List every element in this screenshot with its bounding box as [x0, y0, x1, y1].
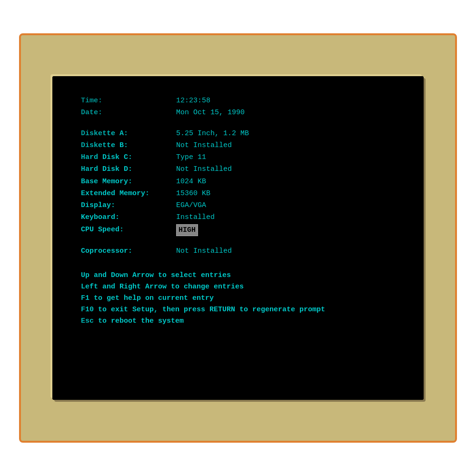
instructions-block: Up and Down Arrow to select entries Left… — [81, 270, 395, 327]
hard-disk-d-value: Not Installed — [176, 164, 232, 175]
diskette-a-row: Diskette A: 5.25 Inch, 1.2 MB — [81, 128, 395, 139]
coprocessor-label: Coprocessor: — [81, 246, 176, 257]
display-row: Display: EGA/VGA — [81, 200, 395, 211]
base-memory-label: Base Memory: — [81, 176, 176, 187]
spacer-1 — [81, 119, 395, 128]
time-row: Time: 12:23:58 — [81, 95, 395, 106]
date-row: Date: Mon Oct 15, 1990 — [81, 107, 395, 118]
diskette-a-value: 5.25 Inch, 1.2 MB — [176, 128, 249, 139]
coprocessor-row: Coprocessor: Not Installed — [81, 246, 395, 257]
keyboard-value: Installed — [176, 212, 215, 223]
extended-memory-value: 15360 KB — [176, 188, 210, 199]
display-label: Display: — [81, 200, 176, 211]
diskette-a-label: Diskette A: — [81, 128, 176, 139]
date-value: Mon Oct 15, 1990 — [176, 107, 245, 118]
screen-content: Time: 12:23:58 Date: Mon Oct 15, 1990 Di… — [52, 76, 424, 400]
cpu-speed-value: HIGH — [176, 224, 198, 236]
spacer-2 — [81, 237, 395, 246]
cpu-speed-highlight[interactable]: HIGH — [176, 224, 198, 236]
keyboard-row: Keyboard: Installed — [81, 212, 395, 223]
hard-disk-c-row: Hard Disk C: Type 11 — [81, 152, 395, 163]
extended-memory-label: Extended Memory: — [81, 188, 176, 199]
time-value: 12:23:58 — [176, 95, 210, 106]
instruction-2: Left and Right Arrow to change entries — [81, 281, 395, 293]
hard-disk-c-value: Type 11 — [176, 152, 206, 163]
hard-disk-c-label: Hard Disk C: — [81, 152, 176, 163]
diskette-b-label: Diskette B: — [81, 140, 176, 151]
keyboard-label: Keyboard: — [81, 212, 176, 223]
crt-screen: Time: 12:23:58 Date: Mon Oct 15, 1990 Di… — [52, 76, 424, 400]
coprocessor-value: Not Installed — [176, 246, 232, 257]
instruction-5: Esc to reboot the system — [81, 316, 395, 327]
monitor-outer-frame: Time: 12:23:58 Date: Mon Oct 15, 1990 Di… — [19, 33, 457, 443]
time-label: Time: — [81, 95, 176, 106]
base-memory-row: Base Memory: 1024 KB — [81, 176, 395, 187]
date-label: Date: — [81, 107, 176, 118]
spacer-3 — [81, 258, 395, 266]
cpu-speed-label: CPU Speed: — [81, 224, 176, 236]
display-value: EGA/VGA — [176, 200, 206, 211]
cpu-speed-row: CPU Speed: HIGH — [81, 224, 395, 236]
diskette-b-value: Not Installed — [176, 140, 232, 151]
bios-display: Time: 12:23:58 Date: Mon Oct 15, 1990 Di… — [81, 95, 395, 327]
diskette-b-row: Diskette B: Not Installed — [81, 140, 395, 151]
hard-disk-d-label: Hard Disk D: — [81, 164, 176, 175]
instruction-1: Up and Down Arrow to select entries — [81, 270, 395, 281]
monitor-bezel: Time: 12:23:58 Date: Mon Oct 15, 1990 Di… — [33, 50, 443, 426]
extended-memory-row: Extended Memory: 15360 KB — [81, 188, 395, 199]
hard-disk-d-row: Hard Disk D: Not Installed — [81, 164, 395, 175]
instruction-4: F10 to exit Setup, then press RETURN to … — [81, 304, 395, 316]
base-memory-value: 1024 KB — [176, 176, 206, 187]
instruction-3: F1 to get help on current entry — [81, 293, 395, 304]
